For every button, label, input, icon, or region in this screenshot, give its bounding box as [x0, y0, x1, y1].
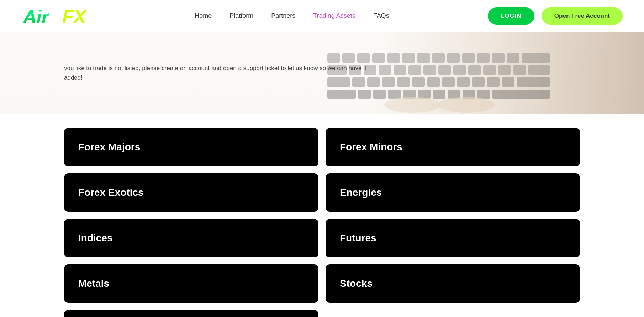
svg-rect-26	[483, 65, 496, 75]
open-account-button[interactable]: Open Free Account	[542, 7, 623, 25]
svg-rect-39	[472, 77, 485, 87]
svg-rect-29	[528, 65, 550, 75]
svg-rect-37	[442, 77, 455, 87]
svg-rect-22	[423, 65, 436, 75]
svg-rect-42	[517, 77, 550, 87]
svg-rect-12	[477, 53, 490, 63]
stocks-button[interactable]: Stocks	[326, 264, 580, 303]
hero-description: you like to trade is not listed, please …	[64, 63, 384, 82]
svg-rect-46	[388, 90, 401, 99]
login-button[interactable]: LOGIN	[488, 7, 534, 25]
svg-text:Air: Air	[22, 6, 50, 27]
svg-rect-36	[427, 77, 440, 87]
svg-rect-25	[468, 65, 481, 75]
svg-rect-15	[522, 53, 550, 63]
svg-rect-23	[438, 65, 451, 75]
svg-rect-7	[402, 53, 415, 63]
svg-rect-35	[412, 77, 425, 87]
svg-rect-3	[342, 53, 355, 63]
nav-faqs[interactable]: FAQs	[373, 12, 389, 20]
svg-rect-6	[387, 53, 400, 63]
svg-rect-20	[394, 65, 406, 75]
svg-rect-53	[492, 90, 550, 99]
header-actions: LOGIN Open Free Account	[488, 7, 623, 25]
header: Air FX Home Platform Partners Trading As…	[0, 0, 644, 32]
svg-rect-11	[462, 53, 475, 63]
main-nav: Home Platform Partners Trading Assets FA…	[195, 12, 389, 20]
svg-rect-8	[417, 53, 430, 63]
nav-partners[interactable]: Partners	[271, 12, 295, 20]
svg-rect-38	[457, 77, 470, 87]
svg-rect-49	[433, 90, 445, 99]
svg-rect-4	[357, 53, 370, 63]
metals-button[interactable]: Metals	[64, 264, 318, 303]
svg-rect-2	[327, 53, 340, 63]
hero-banner: // Render keyboard keys inline	[0, 32, 644, 114]
forex-minors-button[interactable]: Forex Minors	[326, 128, 580, 166]
svg-point-54	[384, 97, 441, 113]
svg-rect-44	[358, 90, 371, 99]
futures-button[interactable]: Futures	[326, 219, 580, 257]
forex-majors-button[interactable]: Forex Majors	[64, 128, 318, 166]
nav-home[interactable]: Home	[195, 12, 212, 20]
svg-rect-13	[492, 53, 505, 63]
cryptos-button[interactable]: Cryptos	[64, 310, 318, 317]
logo[interactable]: Air FX	[21, 4, 96, 28]
svg-point-55	[438, 97, 495, 113]
forex-exotics-button[interactable]: Forex Exotics	[64, 173, 318, 212]
svg-rect-52	[477, 90, 490, 99]
main-content: Forex Majors Forex Minors Forex Exotics …	[0, 114, 644, 317]
energies-button[interactable]: Energies	[326, 173, 580, 212]
svg-rect-28	[513, 65, 526, 75]
svg-rect-34	[397, 77, 410, 87]
nav-trading-assets[interactable]: Trading Assets	[313, 12, 355, 20]
svg-rect-27	[498, 65, 511, 75]
svg-rect-21	[408, 65, 421, 75]
svg-rect-45	[373, 90, 386, 99]
svg-text:FX: FX	[62, 6, 87, 27]
asset-grid: Forex Majors Forex Minors Forex Exotics …	[64, 128, 580, 317]
svg-rect-5	[372, 53, 385, 63]
svg-rect-41	[502, 77, 514, 87]
svg-rect-40	[487, 77, 500, 87]
indices-button[interactable]: Indices	[64, 219, 318, 257]
svg-rect-43	[327, 90, 356, 99]
nav-platform[interactable]: Platform	[229, 12, 253, 20]
svg-rect-24	[453, 65, 466, 75]
svg-rect-10	[447, 53, 460, 63]
svg-rect-9	[432, 53, 445, 63]
svg-rect-14	[507, 53, 519, 63]
